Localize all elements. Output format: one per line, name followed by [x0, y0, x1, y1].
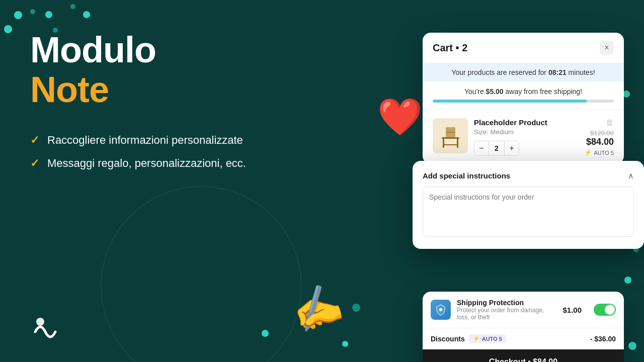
protection-price: $1.00: [562, 306, 582, 314]
quantity-value: 2: [489, 141, 505, 155]
price-current: $84.00: [586, 137, 614, 147]
progress-bar-background: [433, 100, 614, 103]
discounts-label: Discounts: [431, 335, 465, 343]
product-info: Placeholder Product Size: Medium − 2 +: [474, 118, 575, 156]
product-size: Size: Medium: [474, 128, 575, 136]
feature-text-2: Messaggi regalo, personalizzazioni, ecc.: [47, 157, 246, 170]
logo-icon: [30, 312, 60, 342]
title-note: Note: [30, 70, 352, 110]
reservation-suffix: minutes!: [567, 68, 595, 76]
shipping-protection-row: Shipping Protection Protect your order f…: [423, 292, 624, 328]
protection-info: Shipping Protection Protect your order f…: [457, 299, 556, 321]
reservation-text: Your products are reserved for: [451, 68, 548, 76]
svg-point-0: [36, 318, 44, 326]
shipping-protection-toggle[interactable]: [594, 304, 616, 316]
reservation-time: 08:21: [548, 68, 567, 76]
discounts-amount: - $36.00: [590, 335, 616, 343]
feature-list: ✓ Raccogliere informazioni personalizzat…: [30, 134, 352, 170]
product-row: Placeholder Product Size: Medium − 2 + 🗑…: [423, 110, 624, 164]
quantity-control: − 2 +: [474, 141, 519, 156]
svg-rect-2: [443, 139, 444, 148]
feature-item-2: ✓ Messaggi regalo, personalizzazioni, ec…: [30, 157, 352, 170]
instructions-toggle-icon[interactable]: ∧: [628, 171, 634, 180]
cart-header: Cart • 2 ×: [423, 33, 624, 63]
price-original: $120.00: [590, 129, 614, 137]
auto-icon: ⚡: [585, 149, 592, 156]
svg-rect-3: [457, 139, 458, 148]
instructions-card: Add special instructions ∧: [413, 161, 644, 249]
auto-label: AUTO 5: [594, 150, 614, 156]
protection-name: Shipping Protection: [457, 299, 556, 307]
shipping-progress: You're $5.00 away from free shipping!: [423, 81, 624, 110]
checkmark-icon-2: ✓: [30, 157, 39, 170]
shield-icon: [435, 304, 447, 316]
protection-description: Protect your order from damage, loss, or…: [457, 307, 556, 321]
instructions-textarea[interactable]: [423, 187, 634, 237]
auto-tag-icon: ⚡: [473, 335, 480, 342]
quantity-increase-button[interactable]: +: [505, 141, 519, 155]
shipping-amount: $5.00: [486, 87, 504, 96]
feature-text-1: Raccogliere informazioni personalizzate: [47, 134, 243, 147]
cart-title: Cart • 2: [433, 42, 467, 54]
delete-product-button[interactable]: 🗑: [606, 118, 614, 127]
product-name: Placeholder Product: [474, 118, 575, 127]
heart-emoji: ❤️: [377, 96, 423, 138]
cart-card: Cart • 2 × Your products are reserved fo…: [423, 33, 624, 164]
quantity-decrease-button[interactable]: −: [474, 141, 489, 155]
discounts-row: Discounts ⚡ AUTO 5 - $36.00: [423, 328, 624, 349]
feature-item-1: ✓ Raccogliere informazioni personalizzat…: [30, 134, 352, 147]
discounts-auto-tag: ⚡ AUTO 5: [469, 334, 506, 343]
checkmark-icon-1: ✓: [30, 134, 39, 147]
instructions-title: Add special instructions: [423, 171, 510, 180]
svg-point-7: [439, 308, 442, 311]
product-pricing: 🗑 $120.00 $84.00 ⚡ AUTO 5: [585, 118, 614, 156]
close-button[interactable]: ×: [600, 41, 614, 55]
svg-rect-1: [442, 137, 459, 139]
instructions-header: Add special instructions ∧: [423, 171, 634, 180]
auto-tag-label: AUTO 5: [482, 336, 502, 342]
progress-bar-fill: [433, 100, 587, 103]
product-image-svg: [437, 122, 464, 150]
auto-badge: ⚡ AUTO 5: [585, 149, 614, 156]
shipping-text: You're $5.00 away from free shipping!: [433, 87, 614, 96]
title-modulo: Modulo: [30, 30, 352, 70]
product-image: [433, 118, 468, 153]
protection-icon: [431, 300, 451, 320]
checkout-button[interactable]: Checkout • $84.00: [423, 349, 624, 362]
reservation-banner: Your products are reserved for 08:21 min…: [423, 63, 624, 81]
logo: [30, 312, 60, 342]
bottom-card: Shipping Protection Protect your order f…: [423, 292, 624, 362]
